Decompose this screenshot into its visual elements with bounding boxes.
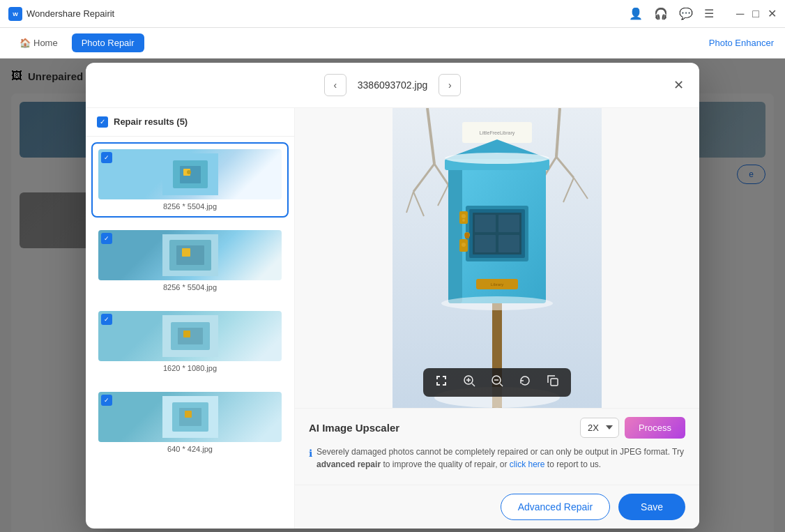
app-icon: W xyxy=(8,7,22,21)
modal-body: ✓ Repair results (5) xyxy=(86,108,699,529)
menu-icon[interactable]: ☰ xyxy=(704,7,714,20)
file-list-panel: ✓ Repair results (5) xyxy=(86,108,295,529)
file-list: ✓ 8256 * 5504.jpg xyxy=(86,137,294,529)
headphones-icon[interactable]: 🎧 xyxy=(654,7,668,20)
app-logo: W Wondershare Repairit xyxy=(8,7,114,21)
svg-rect-42 xyxy=(475,215,496,232)
svg-text:LittleFreeLibrary: LittleFreeLibrary xyxy=(480,130,515,136)
upscale-select[interactable]: 2X 4X xyxy=(580,418,619,438)
file-item[interactable]: ✓ 640 * 424.jpg xyxy=(91,385,289,460)
svg-rect-65 xyxy=(551,379,558,386)
svg-line-63 xyxy=(500,383,503,386)
close-button[interactable]: ✕ xyxy=(768,7,777,20)
file-item[interactable]: ✓ 8256 * 5504.jpg xyxy=(91,142,289,218)
file-name: 8256 * 5504.jpg xyxy=(163,283,217,291)
svg-rect-10 xyxy=(182,248,190,257)
repair-results-label: Repair results (5) xyxy=(114,116,188,127)
svg-point-56 xyxy=(441,296,553,310)
file-checkbox[interactable]: ✓ xyxy=(101,152,112,163)
fullscreen-button[interactable] xyxy=(434,374,448,391)
select-all-checkbox[interactable]: ✓ xyxy=(97,116,108,128)
modal-filename: 3386093702.jpg xyxy=(358,79,427,91)
svg-point-47 xyxy=(462,214,466,218)
svg-point-48 xyxy=(462,219,465,222)
svg-point-55 xyxy=(445,153,549,164)
modal-footer: Advanced Repair Save xyxy=(295,485,699,529)
preview-image: LittleFreeLibrary xyxy=(392,108,602,408)
maximize-button[interactable]: □ xyxy=(752,8,759,20)
click-here-link[interactable]: click here xyxy=(510,459,545,469)
zoom-in-button[interactable] xyxy=(462,374,476,391)
svg-point-6 xyxy=(187,170,191,174)
modal-dialog: ‹ 3386093702.jpg › ✕ ✓ Repair results (5… xyxy=(86,63,699,529)
file-checkbox[interactable]: ✓ xyxy=(101,314,112,325)
file-thumb xyxy=(98,230,282,280)
modal-bottom: AI Image Upscaler 2X 4X Process xyxy=(295,408,699,485)
preview-image-area: LittleFreeLibrary xyxy=(295,108,699,408)
file-thumb xyxy=(98,311,282,361)
app-title: Wondershare Repairit xyxy=(26,8,114,19)
image-toolbar xyxy=(423,368,571,397)
file-name: 8256 * 5504.jpg xyxy=(163,202,217,211)
svg-rect-45 xyxy=(498,235,519,252)
file-thumb xyxy=(98,149,282,199)
save-button[interactable]: Save xyxy=(618,494,685,520)
process-button[interactable]: Process xyxy=(625,417,685,439)
modal-overlay: ‹ 3386093702.jpg › ✕ ✓ Repair results (5… xyxy=(0,59,785,532)
svg-text:Library: Library xyxy=(491,282,503,287)
advanced-repair-link[interactable]: advanced repair xyxy=(317,459,381,469)
info-icon: ℹ xyxy=(309,446,312,461)
file-name: 1620 * 1080.jpg xyxy=(163,364,217,372)
svg-rect-52 xyxy=(465,233,469,238)
file-name: 640 * 424.jpg xyxy=(167,445,213,453)
ai-upscaler-row: AI Image Upscaler 2X 4X Process xyxy=(309,417,685,439)
copy-button[interactable] xyxy=(546,374,560,391)
chat-icon[interactable]: 💬 xyxy=(679,7,693,20)
svg-point-50 xyxy=(462,243,466,247)
svg-rect-44 xyxy=(475,235,496,252)
ai-upscaler-label: AI Image Upscaler xyxy=(309,422,399,434)
modal-close-button[interactable]: ✕ xyxy=(669,75,688,95)
modal-header: ‹ 3386093702.jpg › ✕ xyxy=(86,63,699,108)
advanced-repair-button[interactable]: Advanced Repair xyxy=(501,494,610,520)
zoom-out-button[interactable] xyxy=(490,374,504,391)
svg-rect-18 xyxy=(185,411,192,418)
warning-text: Severely damaged photos cannot be comple… xyxy=(317,446,685,471)
file-checkbox[interactable]: ✓ xyxy=(101,395,112,406)
svg-text:W: W xyxy=(13,11,18,17)
home-icon: 🏠 xyxy=(20,38,31,48)
photo-enhancer-nav[interactable]: Photo Enhancer xyxy=(709,38,774,48)
svg-rect-36 xyxy=(448,164,462,303)
file-item[interactable]: ✓ 8256 * 5504.jpg xyxy=(91,223,289,298)
minimize-button[interactable]: ─ xyxy=(736,8,744,20)
svg-rect-14 xyxy=(183,330,190,337)
home-label: Home xyxy=(33,38,58,48)
rotate-button[interactable] xyxy=(518,374,532,391)
ai-upscaler-controls: 2X 4X Process xyxy=(580,417,685,439)
window-controls: ─ □ ✕ xyxy=(736,7,777,20)
user-icon[interactable]: 👤 xyxy=(629,7,643,20)
svg-rect-43 xyxy=(498,215,519,232)
file-item[interactable]: ✓ 1620 * 1080.jpg xyxy=(91,304,289,379)
repair-results-header: ✓ Repair results (5) xyxy=(86,108,294,137)
file-thumb xyxy=(98,392,282,442)
svg-line-59 xyxy=(472,383,475,386)
home-nav[interactable]: 🏠 Home xyxy=(11,33,66,52)
file-checkbox[interactable]: ✓ xyxy=(101,233,112,244)
warning-row: ℹ Severely damaged photos cannot be comp… xyxy=(309,446,685,471)
active-tab[interactable]: Photo Repair xyxy=(72,33,144,52)
title-bar-icons: 👤 🎧 💬 ☰ ─ □ ✕ xyxy=(629,7,777,20)
preview-panel: LittleFreeLibrary xyxy=(295,108,699,529)
prev-button[interactable]: ‹ xyxy=(324,74,346,96)
next-button[interactable]: › xyxy=(439,74,461,96)
